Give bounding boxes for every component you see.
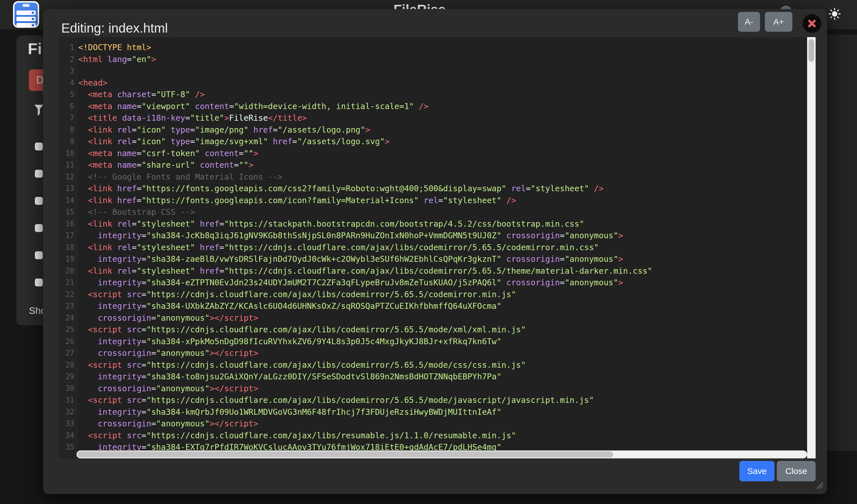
code-line[interactable]: 15 <!-- Bootstrap CSS --> bbox=[58, 206, 816, 218]
code-text: <script src="https://cdnjs.cloudflare.co… bbox=[74, 394, 594, 406]
sidebar-red-button-label: D bbox=[36, 74, 44, 86]
code-line[interactable]: 29 integrity="sha384-to8njsu2GAiXQnY/aLG… bbox=[58, 371, 816, 383]
code-line[interactable]: 16 <link rel="stylesheet" href="https://… bbox=[58, 218, 816, 230]
code-line[interactable]: 7 <title data-i18n-key="title">FileRise<… bbox=[58, 112, 816, 124]
code-line[interactable]: 2<html lang="en"> bbox=[58, 54, 816, 66]
line-number: 15 bbox=[58, 206, 74, 218]
code-line[interactable]: 1<!DOCTYPE html> bbox=[58, 42, 816, 54]
vertical-scrollbar-thumb[interactable] bbox=[808, 39, 814, 62]
line-number: 2 bbox=[58, 54, 74, 66]
code-text bbox=[74, 65, 78, 77]
logo-slat bbox=[16, 23, 36, 28]
code-line[interactable]: 28 <script src="https://cdnjs.cloudflare… bbox=[58, 359, 816, 371]
file-checkbox[interactable] bbox=[35, 170, 43, 178]
file-checkbox[interactable] bbox=[35, 224, 43, 232]
code-line[interactable]: 20 <link rel="stylesheet" href="https://… bbox=[58, 265, 816, 277]
file-checkbox[interactable] bbox=[35, 142, 43, 151]
file-checkbox[interactable] bbox=[35, 251, 43, 259]
horizontal-scrollbar[interactable] bbox=[77, 450, 807, 458]
line-number: 27 bbox=[58, 347, 74, 359]
code-text: <!-- Google Fonts and Material Icons --> bbox=[74, 171, 283, 183]
code-line[interactable]: 34 <script src="https://cdnjs.cloudflare… bbox=[58, 430, 816, 442]
code-line[interactable]: 24 crossorigin="anonymous"></script> bbox=[58, 312, 816, 324]
filerise-logo-icon[interactable] bbox=[13, 1, 39, 28]
code-text: <link href="https://fonts.googleapis.com… bbox=[74, 183, 604, 195]
line-number: 33 bbox=[58, 418, 74, 430]
font-increase-button[interactable]: A+ bbox=[765, 12, 792, 32]
code-text: <meta name="viewport" content="width=dev… bbox=[74, 101, 428, 112]
line-number: 32 bbox=[58, 406, 74, 418]
line-number: 34 bbox=[58, 430, 74, 442]
modal-title: Editing: index.html bbox=[61, 20, 168, 36]
code-line[interactable]: 21 integrity="sha384-eZTPTN0EvJdn23s24UD… bbox=[58, 277, 816, 289]
code-text: <html lang="en"> bbox=[74, 54, 156, 66]
code-text: <link href="https://fonts.googleapis.com… bbox=[74, 195, 516, 207]
line-number: 25 bbox=[58, 324, 74, 336]
code-text: <head> bbox=[74, 77, 107, 89]
code-line[interactable]: 9 <link rel="icon" type="image/svg+xml" … bbox=[58, 136, 816, 147]
code-line[interactable]: 10 <meta name="csrf-token" content=""> bbox=[58, 147, 816, 159]
code-line[interactable]: 14 <link href="https://fonts.googleapis.… bbox=[58, 195, 816, 207]
code-line[interactable]: 18 <link rel="stylesheet" href="https://… bbox=[58, 242, 816, 254]
code-line[interactable]: 8 <link rel="icon" type="image/png" href… bbox=[58, 124, 816, 136]
code-line[interactable]: 11 <meta name="share-url" content=""> bbox=[58, 159, 816, 171]
code-text: <meta name="share-url" content=""> bbox=[74, 159, 253, 171]
code-line[interactable]: 5 <meta charset="UTF-8" /> bbox=[58, 89, 816, 101]
code-line[interactable]: 23 integrity="sha384-UXbkZAbZYZ/KCAslc6U… bbox=[58, 300, 816, 312]
code-line[interactable]: 32 integrity="sha384-kmQrbJf09Uo1WRLMDVG… bbox=[58, 406, 816, 418]
code-text: <script src="https://cdnjs.cloudflare.co… bbox=[74, 324, 526, 336]
logo-slat bbox=[16, 11, 36, 15]
code-line[interactable]: 12 <!-- Google Fonts and Material Icons … bbox=[58, 171, 816, 183]
code-line[interactable]: 30 crossorigin="anonymous"></script> bbox=[58, 383, 816, 395]
horizontal-scrollbar-thumb[interactable] bbox=[78, 451, 613, 457]
logo-slat bbox=[16, 17, 36, 21]
resize-handle-icon[interactable] bbox=[816, 482, 823, 490]
dark-mode-toggle-sun-icon[interactable] bbox=[828, 8, 841, 21]
code-text: <title data-i18n-key="title">FileRise</t… bbox=[74, 112, 307, 124]
code-line[interactable]: 31 <script src="https://cdnjs.cloudflare… bbox=[58, 394, 816, 406]
code-text: <meta name="csrf-token" content=""> bbox=[74, 147, 258, 159]
line-number: 14 bbox=[58, 195, 74, 207]
close-button[interactable]: Close bbox=[777, 461, 816, 481]
code-text: integrity="sha384-kmQrbJf09Uo1WRLMDVGoVG… bbox=[74, 406, 502, 418]
line-number: 28 bbox=[58, 359, 74, 371]
code-line[interactable]: 6 <meta name="viewport" content="width=d… bbox=[58, 101, 816, 112]
code-text: integrity="sha384-to8njsu2GAiXQnY/aLGzz0… bbox=[74, 371, 502, 383]
line-number: 26 bbox=[58, 336, 74, 348]
line-number: 4 bbox=[58, 77, 74, 89]
file-checkbox[interactable] bbox=[35, 197, 43, 205]
code-editor[interactable]: 1<!DOCTYPE html>2<html lang="en">34<head… bbox=[58, 37, 816, 458]
code-text: <link rel="stylesheet" href="https://cdn… bbox=[74, 265, 652, 277]
save-button[interactable]: Save bbox=[739, 461, 774, 481]
font-decrease-button[interactable]: A- bbox=[738, 12, 760, 32]
code-line[interactable]: 26 integrity="sha384-xPpkMo5nDgD98fIcuRV… bbox=[58, 336, 816, 348]
modal-close-x-button[interactable] bbox=[803, 14, 821, 33]
code-line[interactable]: 3 bbox=[58, 65, 816, 77]
code-text: <link rel="stylesheet" href="https://cdn… bbox=[74, 242, 599, 254]
code-line[interactable]: 17 integrity="sha384-JcKb8q3iqJ61gNV9KGb… bbox=[58, 230, 816, 242]
code-line[interactable]: 19 integrity="sha384-zaeBlB/vwYsDRSlFajn… bbox=[58, 253, 816, 265]
code-text: integrity="sha384-eZTPTN0EvJdn23s24UDYJm… bbox=[74, 277, 623, 289]
code-text: <script src="https://cdnjs.cloudflare.co… bbox=[74, 430, 516, 442]
code-text: <script src="https://cdnjs.cloudflare.co… bbox=[74, 359, 526, 371]
code-line[interactable]: 25 <script src="https://cdnjs.cloudflare… bbox=[58, 324, 816, 336]
file-checkbox-list bbox=[35, 142, 43, 286]
file-checkbox[interactable] bbox=[35, 278, 43, 286]
code-line[interactable]: 22 <script src="https://cdnjs.cloudflare… bbox=[58, 289, 816, 300]
line-number: 19 bbox=[58, 253, 74, 265]
code-line[interactable]: 27 crossorigin="anonymous"></script> bbox=[58, 347, 816, 359]
line-number: 23 bbox=[58, 300, 74, 312]
screen: FileRise Fi D Sho bbox=[0, 0, 857, 504]
code-text: integrity="sha384-JcKb8q3iqJ61gNV9KGb8th… bbox=[74, 230, 623, 242]
code-line[interactable]: 33 crossorigin="anonymous"></script> bbox=[58, 418, 816, 430]
code-text: <link rel="icon" type="image/svg+xml" hr… bbox=[74, 136, 389, 147]
line-number: 5 bbox=[58, 89, 74, 101]
line-number: 21 bbox=[58, 277, 74, 289]
line-number: 7 bbox=[58, 112, 74, 124]
vertical-scrollbar[interactable] bbox=[807, 37, 816, 458]
filter-funnel-icon[interactable] bbox=[34, 104, 44, 118]
code-text: crossorigin="anonymous"></script> bbox=[74, 347, 258, 359]
edit-file-modal: Editing: index.html A- A+ 1<!DOCTYPE htm… bbox=[43, 9, 827, 494]
code-line[interactable]: 4<head> bbox=[58, 77, 816, 89]
code-line[interactable]: 13 <link href="https://fonts.googleapis.… bbox=[58, 183, 816, 195]
